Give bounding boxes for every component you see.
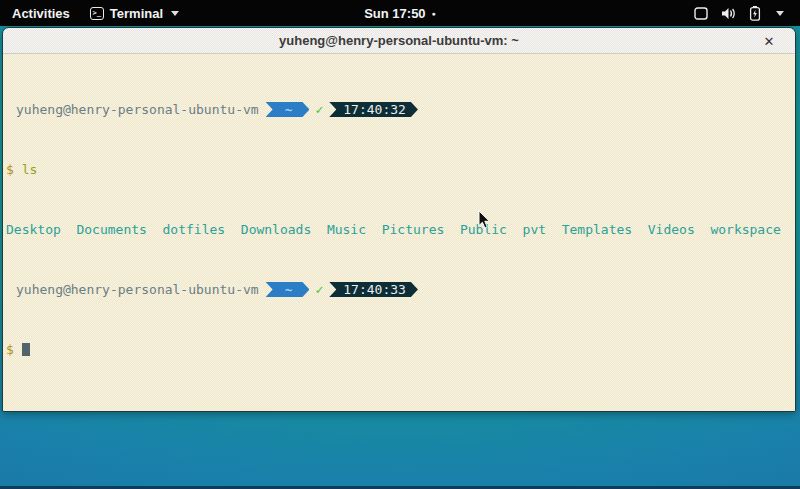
command-text: ls — [22, 162, 38, 177]
check-icon: ✓ — [315, 282, 323, 297]
check-icon: ✓ — [315, 102, 323, 117]
terminal-cursor — [22, 343, 30, 356]
activities-button[interactable]: Activities — [0, 0, 82, 26]
directory-list: Desktop Documents dotfiles Downloads Mus… — [6, 222, 781, 237]
app-menu-terminal[interactable]: >_ Terminal — [82, 0, 187, 26]
top-bar: Activities >_ Terminal Sun 17:50 ● — [0, 0, 800, 26]
prompt-path-segment: ~ — [266, 282, 310, 297]
prompt-time-segment: 17:40:33 — [329, 282, 418, 297]
terminal-screen[interactable]: yuheng@henry-personal-ubuntu-vm ~ ✓ 17:4… — [3, 54, 795, 411]
chevron-down-icon — [171, 11, 179, 16]
prompt-path-segment: ~ — [266, 102, 310, 117]
volume-icon — [721, 7, 736, 20]
close-button[interactable]: ✕ — [759, 28, 779, 54]
window-title: yuheng@henry-personal-ubuntu-vm: ~ — [279, 33, 519, 48]
desktop-wallpaper: yuheng@henry-personal-ubuntu-vm: ~ ✕ yuh… — [0, 26, 800, 489]
battery-charging-icon — [749, 6, 761, 21]
command-line: $ ls — [6, 162, 795, 177]
input-line: $ — [6, 342, 795, 357]
system-tray[interactable] — [694, 0, 800, 26]
notification-dot-icon: ● — [432, 10, 436, 17]
terminal-icon: >_ — [90, 7, 104, 20]
prompt-line: yuheng@henry-personal-ubuntu-vm ~ ✓ 17:4… — [6, 282, 795, 297]
screen-icon — [694, 7, 708, 20]
terminal-window: yuheng@henry-personal-ubuntu-vm: ~ ✕ yuh… — [2, 27, 796, 412]
prompt-time-segment: 17:40:32 — [329, 102, 418, 117]
shell-prompt-symbol: $ — [6, 342, 14, 357]
shell-prompt-symbol: $ — [6, 162, 14, 177]
prompt-line: yuheng@henry-personal-ubuntu-vm ~ ✓ 17:4… — [6, 102, 795, 117]
prompt-user-host: yuheng@henry-personal-ubuntu-vm — [16, 282, 259, 297]
activities-label: Activities — [12, 6, 70, 21]
window-titlebar[interactable]: yuheng@henry-personal-ubuntu-vm: ~ ✕ — [3, 28, 795, 54]
app-menu-label: Terminal — [110, 6, 163, 21]
prompt-user-host: yuheng@henry-personal-ubuntu-vm — [16, 102, 259, 117]
ls-output-line: Desktop Documents dotfiles Downloads Mus… — [6, 222, 795, 237]
clock[interactable]: Sun 17:50 — [364, 6, 425, 21]
chevron-down-icon — [776, 11, 784, 16]
